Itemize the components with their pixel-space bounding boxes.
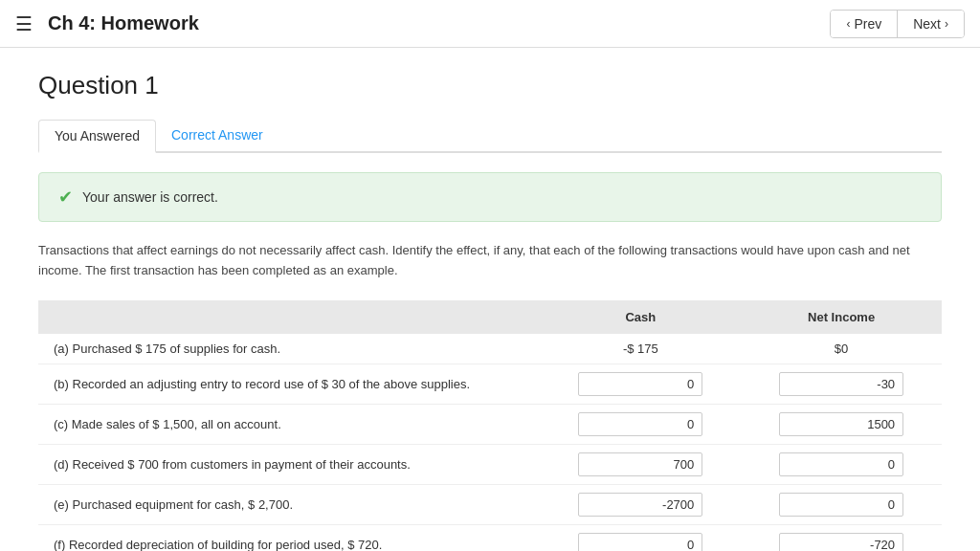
row-net-income-5[interactable] <box>741 524 942 551</box>
checkmark-icon: ✔ <box>58 187 73 208</box>
row-label-0: (a) Purchased $ 175 of supplies for cash… <box>38 334 540 364</box>
tabs-container: You Answered Correct Answer <box>38 120 942 153</box>
row-label-3: (d) Received $ 700 from customers in pay… <box>38 444 540 484</box>
row-label-1: (b) Recorded an adjusting entry to recor… <box>38 364 540 404</box>
net-income-input-2[interactable] <box>779 412 903 436</box>
row-net-income-4[interactable] <box>741 484 942 524</box>
row-cash-2[interactable] <box>540 404 741 444</box>
net-income-input-3[interactable] <box>779 452 903 476</box>
next-label: Next <box>913 16 941 32</box>
cash-input-5[interactable] <box>578 533 702 551</box>
prev-label: Prev <box>854 16 881 32</box>
table-row: (a) Purchased $ 175 of supplies for cash… <box>38 334 942 364</box>
row-net-income-1[interactable] <box>741 364 942 404</box>
banner-text: Your answer is correct. <box>82 189 218 205</box>
table-row: (b) Recorded an adjusting entry to recor… <box>38 364 942 404</box>
col-header-cash: Cash <box>540 300 741 334</box>
row-label-5: (f) Recorded depreciation of building fo… <box>38 524 540 551</box>
question-description: Transactions that affect earnings do not… <box>38 241 942 281</box>
next-button[interactable]: Next › <box>897 11 964 37</box>
answer-banner: ✔ Your answer is correct. <box>38 172 942 222</box>
header-left: ☰ Ch 4: Homework <box>15 12 199 35</box>
transactions-table: Cash Net Income (a) Purchased $ 175 of s… <box>38 300 942 551</box>
hamburger-menu-icon[interactable]: ☰ <box>15 12 33 35</box>
cash-input-3[interactable] <box>578 452 702 476</box>
main-content: Question 1 You Answered Correct Answer ✔… <box>0 48 980 551</box>
prev-button[interactable]: ‹ Prev <box>831 11 897 37</box>
navigation-buttons: ‹ Prev Next › <box>830 10 965 38</box>
row-net-income-3[interactable] <box>741 444 942 484</box>
net-income-input-5[interactable] <box>779 533 903 551</box>
net-income-input-1[interactable] <box>779 372 903 396</box>
page-title: Ch 4: Homework <box>48 12 199 34</box>
cash-input-2[interactable] <box>578 412 702 436</box>
row-label-2: (c) Made sales of $ 1,500, all on accoun… <box>38 404 540 444</box>
row-label-4: (e) Purchased equipment for cash, $ 2,70… <box>38 484 540 524</box>
cash-input-4[interactable] <box>578 493 702 517</box>
prev-arrow-icon: ‹ <box>846 17 850 31</box>
row-cash-1[interactable] <box>540 364 741 404</box>
tab-you-answered[interactable]: You Answered <box>38 120 156 153</box>
row-net-income-2[interactable] <box>741 404 942 444</box>
table-header-row: Cash Net Income <box>38 300 942 334</box>
net-income-input-4[interactable] <box>779 493 903 517</box>
col-header-description <box>38 300 540 334</box>
tab-correct-answer[interactable]: Correct Answer <box>156 120 278 153</box>
col-header-net-income: Net Income <box>741 300 942 334</box>
row-cash-4[interactable] <box>540 484 741 524</box>
table-row: (e) Purchased equipment for cash, $ 2,70… <box>38 484 942 524</box>
row-cash-0: -$ 175 <box>540 334 741 364</box>
cash-input-1[interactable] <box>578 372 702 396</box>
row-cash-5[interactable] <box>540 524 741 551</box>
table-row: (d) Received $ 700 from customers in pay… <box>38 444 942 484</box>
next-arrow-icon: › <box>945 17 948 31</box>
header: ☰ Ch 4: Homework ‹ Prev Next › <box>0 0 980 48</box>
row-net-income-0: $0 <box>741 334 942 364</box>
table-row: (f) Recorded depreciation of building fo… <box>38 524 942 551</box>
table-row: (c) Made sales of $ 1,500, all on accoun… <box>38 404 942 444</box>
row-cash-3[interactable] <box>540 444 741 484</box>
question-title: Question 1 <box>38 71 942 100</box>
